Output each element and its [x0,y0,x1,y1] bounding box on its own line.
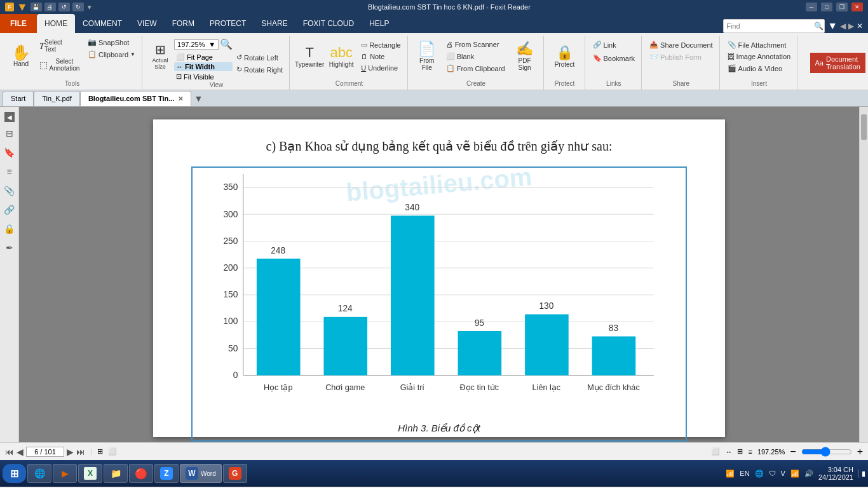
tab-home[interactable]: HOME [37,14,75,33]
bar-hoc-tap [257,259,301,376]
fit-width-btn[interactable]: ↔ Fit Width [174,62,233,71]
last-page-btn[interactable]: ⏭ [76,447,85,457]
reflow-btn[interactable]: ≡ [748,448,752,456]
dropdown-more[interactable]: ▼ [86,4,93,11]
page-number-input[interactable] [26,447,64,457]
audio-video-btn[interactable]: 🎬 Audio & Video [725,63,794,74]
rectangle-btn[interactable]: ▭ Rectangle [358,39,403,50]
taskbar-capture[interactable]: G [223,464,247,483]
zoom-in-btn[interactable]: 🔍 [220,38,233,50]
file-attachment-btn[interactable]: 📎 File Attachment [725,39,794,50]
first-page-btn[interactable]: ⏮ [5,447,14,457]
taskbar-media[interactable]: ▶ [53,464,77,483]
start-button[interactable]: ⊞ [3,464,26,483]
multi-page-btn[interactable]: ⊞ [97,447,103,456]
tab-blogtailieu[interactable]: Blogtailieu.com SBT Tin... ✕ [80,91,191,106]
doc-translation-btn[interactable]: Aa DocumentTranslation [810,53,865,73]
rotate-left-btn[interactable]: ↺ Rotate Left [234,52,285,63]
tab-foxit-cloud[interactable]: FOXIT CLOUD [295,14,362,33]
quick-print-btn[interactable]: 🖨 [44,3,56,11]
volume-icon[interactable]: 🔊 [804,470,813,478]
sidebar-stamp-btn[interactable]: ✒ [2,240,17,255]
undo-btn[interactable]: ↺ [58,3,70,11]
tab-help[interactable]: HELP [362,14,397,33]
clipboard-btn[interactable]: 📋 Clipboard ▼ [85,49,138,60]
language-indicator[interactable]: EN [740,470,749,477]
from-scanner-btn[interactable]: 🖨 From Scanner [444,39,508,50]
maximize-btn[interactable]: □ [821,3,832,11]
typewriter-btn[interactable]: T Typewriter [295,37,324,75]
quick-save-btn[interactable]: 💾 [31,3,42,11]
zoom-slider[interactable] [801,447,852,457]
next-page-btn[interactable]: ▶ [67,447,74,457]
tab-view[interactable]: VIEW [130,14,165,33]
bookmark-btn[interactable]: 🔖 Bookmark [590,53,638,64]
sidebar-security-btn[interactable]: 🔒 [2,221,17,236]
single-page-btn[interactable]: ⬜ [108,447,117,456]
tab-form[interactable]: FORM [165,14,202,33]
fit-width-status-btn[interactable]: ↔ [725,448,732,456]
image-annotation-btn[interactable]: 🖼 Image Annotation [725,51,794,62]
fit-visible-btn[interactable]: ⊡ Fit Visible [174,72,233,81]
taskbar-chrome[interactable]: 🔴 [129,464,153,483]
tab-protect[interactable]: PROTECT [202,14,254,33]
fit-page-btn[interactable]: ⬜ Fit Page [174,52,233,62]
search-bar[interactable]: 🔍 [723,19,825,33]
sidebar-link-btn[interactable]: 🔗 [2,202,17,217]
blank-btn[interactable]: ⬜ Blank [444,51,508,62]
link-btn[interactable]: 🔗 Link [590,39,638,50]
tab-file[interactable]: FILE [0,14,37,33]
two-page-btn[interactable]: ⊞ [737,447,743,456]
close-btn[interactable]: ✕ [851,3,863,11]
select-text-btn[interactable]: 𝑇 Select Text [38,37,70,55]
sidebar-bookmark-btn[interactable]: 🔖 [2,145,17,160]
find-options-btn[interactable]: ▼ [827,20,837,32]
content-area[interactable]: blogtailieu.com c) Bạn Khoa sử dụng bảng… [19,107,859,442]
zoom-dropdown[interactable]: 197.25% ▼ [174,39,219,50]
prev-page-btn[interactable]: ◀ [17,447,24,457]
sidebar-attachment-btn[interactable]: 📎 [2,183,17,198]
from-clipboard-btn[interactable]: 📋 From Clipboard [444,63,508,74]
sidebar-collapse-btn[interactable]: ◀ [4,112,15,122]
tab-share[interactable]: SHARE [254,14,295,33]
scrollbar-thumb[interactable] [861,114,867,140]
taskbar-word[interactable]: W Word [180,464,222,483]
show-desktop-btn[interactable]: ▮ [858,470,865,478]
sidebar-layers-btn[interactable]: ≡ [2,164,17,179]
menu-icon[interactable]: ▼ [17,1,28,14]
snapshot-btn[interactable]: 📷 SnapShot [85,37,138,48]
taskbar-ie[interactable]: 🌐 [27,464,51,483]
protect-btn[interactable]: 🔒 Protect [549,37,581,75]
zoom-out-btn[interactable]: − [790,446,796,458]
next-find-btn[interactable]: ▶ [848,22,854,30]
hand-tool-btn[interactable]: ✋ Hand [6,37,36,75]
taskbar-excel[interactable]: X [78,464,102,483]
sidebar-thumbnail-btn[interactable]: ⊟ [2,126,17,141]
tab-tin-k[interactable]: Tin_K.pdf [34,91,80,106]
publish-form-btn[interactable]: 📨 Publish Form [647,51,715,62]
highlight-btn[interactable]: abc Highlight [327,37,356,75]
from-file-btn[interactable]: 📄 From File [413,37,441,75]
redo-btn[interactable]: ↻ [72,3,84,11]
right-scrollbar[interactable] [859,107,868,442]
minimize-btn[interactable]: ─ [806,3,817,11]
note-btn[interactable]: 🗒 Note [358,51,403,62]
fit-page-status-btn[interactable]: ⬜ [711,447,720,456]
taskbar-files[interactable]: 📁 [104,464,128,483]
tab-start[interactable]: Start [3,91,34,106]
tab-dropdown-btn[interactable]: ▼ [194,93,203,104]
share-document-btn[interactable]: 📤 Share Document [647,39,715,50]
actual-size-btn[interactable]: ⊞ Actual Size [147,37,173,75]
pdf-sign-btn[interactable]: ✍ PDF Sign [510,37,539,75]
tab-close-btn[interactable]: ✕ [178,95,183,102]
tab-comment[interactable]: COMMENT [75,14,130,33]
underline-btn[interactable]: U Underline [358,63,403,73]
prev-find-btn[interactable]: ◀ [840,22,846,30]
find-close-btn[interactable]: ✕ [857,22,863,30]
rotate-right-btn[interactable]: ↻ Rotate Right [234,64,285,75]
taskbar-zoom[interactable]: Z [154,464,179,483]
search-input[interactable] [726,22,814,30]
select-annotation-btn[interactable]: ⬚ Select Annotation [38,56,83,74]
restore-btn[interactable]: ❐ [836,3,848,11]
zoom-in-status-btn[interactable]: + [857,446,863,458]
